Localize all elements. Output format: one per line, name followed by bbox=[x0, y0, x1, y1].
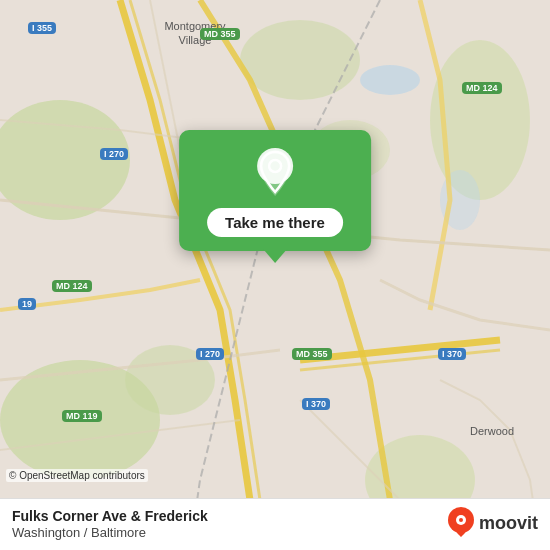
route-badge-md124-left: MD 124 bbox=[52, 280, 92, 292]
moovit-logo: moovit bbox=[445, 507, 538, 539]
svg-point-5 bbox=[240, 20, 360, 100]
route-badge-md124-top: MD 124 bbox=[462, 82, 502, 94]
location-pin-icon bbox=[255, 148, 295, 200]
svg-text:Derwood: Derwood bbox=[470, 425, 514, 437]
location-name: Fulks Corner Ave & Frederick bbox=[12, 507, 445, 525]
bottom-bar: Fulks Corner Ave & Frederick Washington … bbox=[0, 498, 550, 550]
take-me-there-button[interactable]: Take me there bbox=[207, 208, 343, 237]
svg-point-17 bbox=[459, 518, 463, 522]
map-attribution: © OpenStreetMap contributors bbox=[6, 469, 148, 482]
map-container: Derwood Montgomery Village I 355 MD 355 … bbox=[0, 0, 550, 550]
route-badge-19: 19 bbox=[18, 298, 36, 310]
location-region: Washington / Baltimore bbox=[12, 525, 445, 540]
popup-card: Take me there bbox=[179, 130, 371, 251]
moovit-brand-text: moovit bbox=[479, 513, 538, 534]
svg-point-8 bbox=[360, 65, 420, 95]
route-badge-md119: MD 119 bbox=[62, 410, 102, 422]
route-badge-i370-lower: I 370 bbox=[302, 398, 330, 410]
route-badge-i370-right: I 370 bbox=[438, 348, 466, 360]
route-badge-i270-lower: I 270 bbox=[196, 348, 224, 360]
route-badge-i270-mid: I 270 bbox=[100, 148, 128, 160]
route-badge-md355-top: MD 355 bbox=[200, 28, 240, 40]
route-badge-i355: I 355 bbox=[28, 22, 56, 34]
route-badge-md355-lower: MD 355 bbox=[292, 348, 332, 360]
moovit-logo-icon bbox=[445, 507, 477, 539]
location-info: Fulks Corner Ave & Frederick Washington … bbox=[12, 507, 445, 540]
